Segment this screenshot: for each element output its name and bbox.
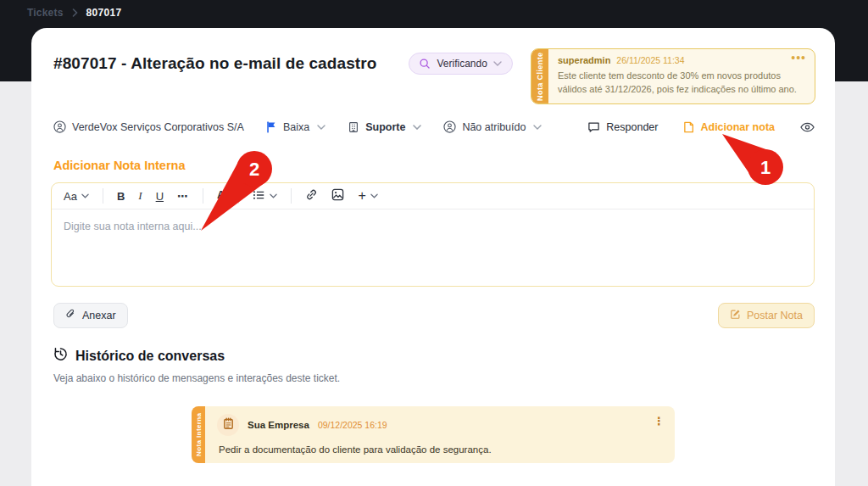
reply-button[interactable]: Responder bbox=[587, 121, 658, 133]
priority-dropdown[interactable]: Baixa bbox=[266, 121, 326, 133]
client-note-timestamp: 26/11/2025 11:34 bbox=[616, 55, 684, 65]
chevron-down-icon bbox=[81, 193, 89, 198]
status-label: Verificando bbox=[437, 58, 487, 70]
client-note-body: Este cliente tem desconto de 30% em novo… bbox=[558, 70, 806, 97]
note-editor: Aa B I U ⋯ A bbox=[51, 182, 815, 287]
assignee-label: Não atribuído bbox=[462, 121, 526, 133]
chat-bubble-icon bbox=[587, 121, 600, 133]
chevron-right-icon bbox=[72, 8, 78, 17]
status-dropdown[interactable]: Verificando bbox=[409, 53, 512, 75]
page-title: #807017 - Alteração no e-mail de cadastr… bbox=[53, 54, 376, 73]
pencil-square-icon bbox=[730, 309, 741, 322]
client-note-tab: Nota Cliente bbox=[531, 49, 548, 103]
paperclip-icon bbox=[65, 309, 76, 322]
person-circle-icon bbox=[53, 120, 66, 133]
history-entry: Nota Interna Sua Empresa 09/12/2025 16:1… bbox=[192, 406, 675, 463]
department-dropdown[interactable]: Suporte bbox=[348, 121, 421, 133]
more-formatting-button[interactable]: ⋯ bbox=[177, 190, 189, 203]
toolbar-divider bbox=[103, 188, 103, 204]
assignee-dropdown[interactable]: Não atribuído bbox=[443, 120, 542, 133]
chevron-down-icon bbox=[370, 193, 378, 198]
post-note-label: Postar Nota bbox=[747, 310, 803, 321]
toolbar-divider bbox=[238, 188, 239, 204]
breadcrumb-current: 807017 bbox=[86, 7, 122, 19]
list-icon bbox=[253, 190, 265, 203]
priority-label: Baixa bbox=[283, 121, 309, 133]
ticket-card: #807017 - Alteração no e-mail de cadastr… bbox=[31, 28, 835, 486]
note-text-input[interactable]: Digite sua nota interna aqui... bbox=[52, 209, 814, 286]
note-file-icon bbox=[683, 121, 694, 133]
insert-image-button[interactable] bbox=[331, 188, 344, 204]
editor-toolbar: Aa B I U ⋯ A bbox=[52, 183, 814, 209]
customer-name: VerdeVox Serviços Corporativos S/A bbox=[72, 121, 244, 133]
building-icon bbox=[348, 121, 359, 133]
plus-icon: + bbox=[358, 188, 365, 204]
toolbar-divider bbox=[203, 188, 203, 204]
breadcrumb-tickets-link[interactable]: Tickets bbox=[27, 7, 64, 19]
magnifier-icon bbox=[419, 58, 431, 70]
underline-button[interactable]: U bbox=[156, 190, 164, 203]
history-clock-icon bbox=[53, 347, 68, 365]
client-note-card: Nota Cliente superadmin 26/11/2025 11:34… bbox=[531, 48, 815, 104]
attach-button[interactable]: Anexar bbox=[53, 303, 128, 328]
chevron-down-icon bbox=[413, 125, 421, 130]
post-note-button[interactable]: Postar Nota bbox=[718, 303, 815, 328]
person-circle-icon bbox=[443, 120, 456, 133]
italic-button[interactable]: I bbox=[138, 189, 142, 203]
bold-button[interactable]: B bbox=[117, 190, 125, 203]
eye-icon[interactable] bbox=[800, 122, 815, 132]
chevron-down-icon bbox=[317, 125, 326, 130]
add-internal-note-heading: Adicionar Nota Interna bbox=[53, 159, 835, 172]
breadcrumb: Tickets 807017 bbox=[27, 7, 121, 19]
list-dropdown[interactable] bbox=[253, 190, 277, 203]
flag-icon bbox=[266, 121, 277, 133]
entry-timestamp: 09/12/2025 16:19 bbox=[318, 420, 387, 430]
history-heading: Histórico de conversas bbox=[75, 349, 225, 364]
add-note-label: Adicionar nota bbox=[700, 121, 775, 133]
entry-body: Pedir a documentação do cliente para val… bbox=[219, 444, 663, 455]
more-menu-icon[interactable]: ••• bbox=[791, 51, 806, 64]
department-label: Suporte bbox=[365, 121, 405, 133]
font-style-label: Aa bbox=[64, 190, 77, 203]
chevron-down-icon bbox=[493, 61, 502, 66]
chevron-down-icon bbox=[533, 125, 542, 130]
link-button[interactable] bbox=[305, 188, 318, 204]
kebab-menu-icon[interactable]: ⋮ bbox=[654, 415, 665, 427]
link-icon bbox=[305, 188, 318, 204]
reply-label: Responder bbox=[606, 121, 658, 133]
notepad-icon bbox=[222, 417, 235, 433]
history-subtitle: Veja abaixo o histórico de mensagens e i… bbox=[53, 372, 835, 384]
avatar bbox=[217, 414, 239, 436]
attach-label: Anexar bbox=[82, 310, 116, 321]
entry-author: Sua Empresa bbox=[248, 420, 309, 430]
toolbar-divider bbox=[291, 188, 292, 204]
chevron-down-icon bbox=[270, 193, 277, 198]
internal-note-tab: Nota Interna bbox=[192, 406, 205, 463]
font-style-dropdown[interactable]: Aa bbox=[64, 190, 89, 203]
image-icon bbox=[331, 188, 344, 204]
customer-item: VerdeVox Serviços Corporativos S/A bbox=[53, 120, 244, 133]
client-note-author: superadmin bbox=[558, 55, 610, 65]
insert-more-dropdown[interactable]: + bbox=[358, 188, 377, 204]
add-note-button[interactable]: Adicionar nota bbox=[683, 121, 775, 133]
font-color-button[interactable]: A bbox=[217, 189, 225, 203]
